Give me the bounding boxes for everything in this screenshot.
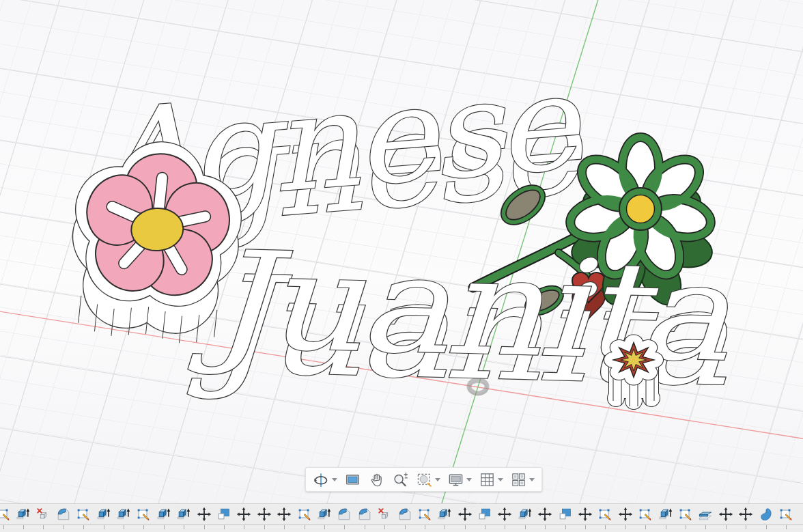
move-feature-icon <box>497 507 512 522</box>
timeline-tick <box>23 525 24 529</box>
sketch-feature-icon <box>136 507 151 522</box>
chevron-down-icon[interactable] <box>529 478 535 481</box>
timeline-feature-extrude[interactable] <box>113 506 133 532</box>
timeline-tick <box>605 525 606 529</box>
pan-icon <box>368 471 385 488</box>
move-feature-icon <box>537 507 552 522</box>
viewports-icon <box>510 471 527 488</box>
timeline-feature-sketch[interactable] <box>595 506 615 532</box>
timeline-feature-presspull[interactable] <box>696 506 716 532</box>
sketch-feature-icon <box>678 507 693 522</box>
timeline-feature-extrude[interactable] <box>94 506 113 532</box>
chevron-down-icon[interactable] <box>435 478 440 481</box>
timeline-feature-extrude[interactable] <box>13 506 33 532</box>
nav-zoom-window-fit-button[interactable] <box>414 470 442 490</box>
timeline-feature-sketch[interactable] <box>776 506 795 532</box>
timeline-feature-move[interactable] <box>254 506 274 532</box>
timeline-feature-sketch[interactable] <box>675 506 695 532</box>
timeline-feature-move[interactable] <box>716 506 735 532</box>
timeline-feature-extrude[interactable] <box>154 506 173 532</box>
sketch-feature-icon <box>417 507 432 522</box>
timeline-feature-move[interactable] <box>234 506 254 532</box>
timeline-feature-fillet[interactable] <box>53 506 73 532</box>
nav-viewports-button[interactable] <box>508 470 537 490</box>
timeline-tick <box>425 525 425 529</box>
timeline-feature-sketch[interactable] <box>74 506 94 532</box>
timeline-feature-move[interactable] <box>194 506 214 532</box>
move-feature-icon <box>277 507 292 522</box>
move-feature-icon <box>578 507 593 522</box>
timeline-tick <box>104 525 104 529</box>
nav-grid-and-snaps-button[interactable] <box>477 470 505 490</box>
zoom-icon <box>392 471 409 488</box>
view-navigation-toolbar[interactable] <box>305 467 542 492</box>
nav-orbit-button[interactable] <box>311 470 339 490</box>
timeline-tick <box>184 525 184 529</box>
extrude-feature-icon <box>96 507 111 522</box>
timeline-feature-combine[interactable] <box>214 506 234 532</box>
extrude-feature-icon <box>16 507 31 522</box>
timeline-feature-move[interactable] <box>735 506 755 532</box>
timeline-feature-fillet[interactable] <box>335 506 354 532</box>
nav-look-at-button[interactable] <box>342 470 363 490</box>
3d-viewport[interactable]: Agnese Agnese <box>0 0 803 503</box>
timeline-feature-fillet[interactable] <box>395 506 414 532</box>
nav-display-settings-button[interactable] <box>445 470 474 490</box>
timeline-feature-sketch[interactable] <box>134 506 154 532</box>
sketch-feature-icon <box>76 507 91 522</box>
timeline-tick <box>365 525 365 529</box>
extrude-feature-icon <box>658 507 673 522</box>
timeline-feature-form[interactable] <box>756 506 776 532</box>
timeline-tick <box>324 525 325 529</box>
timeline-feature-sketch[interactable] <box>414 506 434 532</box>
model-star-flower[interactable] <box>604 335 663 409</box>
nav-zoom-button[interactable] <box>390 470 411 490</box>
timeline-feature-extrude[interactable] <box>435 506 455 532</box>
timeline-tick <box>465 525 466 529</box>
timeline-feature-move[interactable] <box>575 506 595 532</box>
chevron-down-icon[interactable] <box>466 478 472 481</box>
extrude-feature-icon <box>156 507 171 522</box>
chevron-down-icon[interactable] <box>332 478 337 481</box>
timeline-feature-move[interactable] <box>495 506 515 532</box>
timeline-feature-move[interactable] <box>274 506 294 532</box>
timeline-feature-move[interactable] <box>455 506 475 532</box>
timeline-tick <box>264 525 265 529</box>
timeline-tick <box>565 525 566 529</box>
timeline-tick <box>786 525 787 529</box>
star-flower-top <box>604 335 663 384</box>
timeline-feature-combine[interactable] <box>475 506 494 532</box>
move-feature-icon <box>718 507 733 522</box>
timeline-tick <box>545 525 546 529</box>
timeline-tick <box>645 525 646 529</box>
timeline-feature-move[interactable] <box>615 506 635 532</box>
timeline-feature-fillet[interactable] <box>354 506 374 532</box>
timeline-feature-sketch[interactable] <box>636 506 656 532</box>
timeline-feature-suppressed[interactable] <box>374 506 394 532</box>
timeline-tick <box>204 525 205 529</box>
timeline-bar[interactable] <box>0 503 803 532</box>
move-feature-icon <box>618 507 633 522</box>
timeline-feature-sketch[interactable] <box>0 506 13 532</box>
display-settings-icon <box>447 471 464 488</box>
nav-pan-button[interactable] <box>366 470 387 490</box>
timeline-feature-sketch[interactable] <box>294 506 314 532</box>
chevron-down-icon[interactable] <box>498 478 503 481</box>
timeline-feature-extrude[interactable] <box>314 506 334 532</box>
timeline-feature-extrude[interactable] <box>515 506 535 532</box>
timeline-feature-suppressed[interactable] <box>33 506 53 532</box>
timeline-tick <box>164 525 165 529</box>
timeline-tick <box>686 525 686 529</box>
timeline-tick <box>43 525 44 529</box>
timeline-tick <box>284 525 285 529</box>
timeline-feature-extrude[interactable] <box>656 506 675 532</box>
timeline-feature-extrude[interactable] <box>174 506 194 532</box>
timeline-track <box>0 506 796 532</box>
sketch-feature-icon <box>297 507 312 522</box>
timeline-tick <box>224 525 225 529</box>
timeline-feature-move[interactable] <box>535 506 555 532</box>
timeline-tick <box>384 525 385 529</box>
presspull-feature-icon <box>698 507 713 522</box>
suppressed-feature-icon <box>377 507 392 522</box>
timeline-feature-combine[interactable] <box>555 506 575 532</box>
